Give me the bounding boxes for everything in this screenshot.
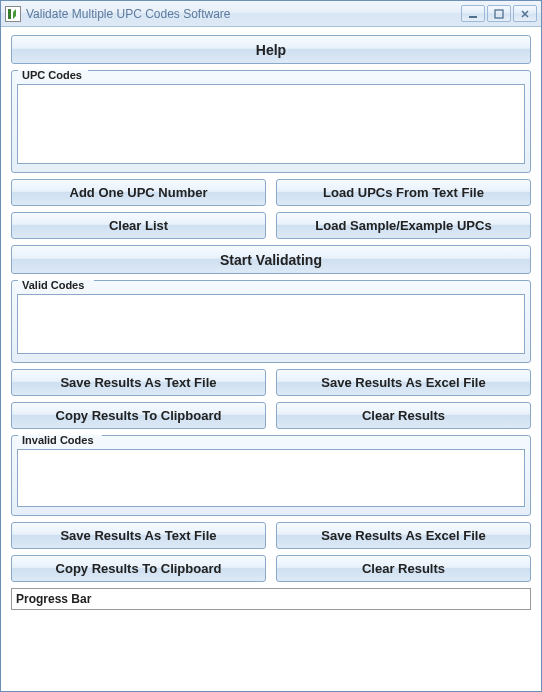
close-button[interactable] [513,5,537,22]
progress-bar: Progress Bar [11,588,531,610]
window-controls [461,5,537,22]
clear-list-button[interactable]: Clear List [11,212,266,239]
invalid-button-row-2: Copy Results To Clipboard Clear Results [11,555,531,582]
app-window: Validate Multiple UPC Codes Software Hel… [0,0,542,692]
upc-button-row-2: Clear List Load Sample/Example UPCs [11,212,531,239]
valid-codes-group: Valid Codes [11,280,531,363]
valid-button-row-1: Save Results As Text File Save Results A… [11,369,531,396]
help-button[interactable]: Help [11,35,531,64]
valid-button-row-2: Copy Results To Clipboard Clear Results [11,402,531,429]
upc-codes-group: UPC Codes [11,70,531,173]
valid-clear-results-button[interactable]: Clear Results [276,402,531,429]
load-sample-upcs-button[interactable]: Load Sample/Example UPCs [276,212,531,239]
content-area: Help UPC Codes Add One UPC Number Load U… [1,27,541,691]
upc-codes-legend: UPC Codes [19,69,85,81]
maximize-button[interactable] [487,5,511,22]
load-upcs-file-button[interactable]: Load UPCs From Text File [276,179,531,206]
invalid-button-row-1: Save Results As Text File Save Results A… [11,522,531,549]
valid-save-text-button[interactable]: Save Results As Text File [11,369,266,396]
minimize-button[interactable] [461,5,485,22]
window-title: Validate Multiple UPC Codes Software [26,7,461,21]
svg-rect-1 [469,16,477,18]
valid-codes-list[interactable] [17,294,525,354]
valid-copy-clipboard-button[interactable]: Copy Results To Clipboard [11,402,266,429]
titlebar: Validate Multiple UPC Codes Software [1,1,541,27]
upc-codes-list[interactable] [17,84,525,164]
invalid-save-text-button[interactable]: Save Results As Text File [11,522,266,549]
svg-rect-2 [495,10,503,18]
progress-label: Progress Bar [16,592,91,606]
app-icon [5,6,21,22]
add-one-upc-button[interactable]: Add One UPC Number [11,179,266,206]
upc-button-row-1: Add One UPC Number Load UPCs From Text F… [11,179,531,206]
valid-codes-legend: Valid Codes [19,279,87,291]
invalid-clear-results-button[interactable]: Clear Results [276,555,531,582]
invalid-codes-list[interactable] [17,449,525,507]
invalid-codes-legend: Invalid Codes [19,434,97,446]
svg-rect-0 [8,9,11,19]
start-validating-button[interactable]: Start Validating [11,245,531,274]
invalid-save-excel-button[interactable]: Save Results As Excel File [276,522,531,549]
invalid-copy-clipboard-button[interactable]: Copy Results To Clipboard [11,555,266,582]
invalid-codes-group: Invalid Codes [11,435,531,516]
valid-save-excel-button[interactable]: Save Results As Excel File [276,369,531,396]
